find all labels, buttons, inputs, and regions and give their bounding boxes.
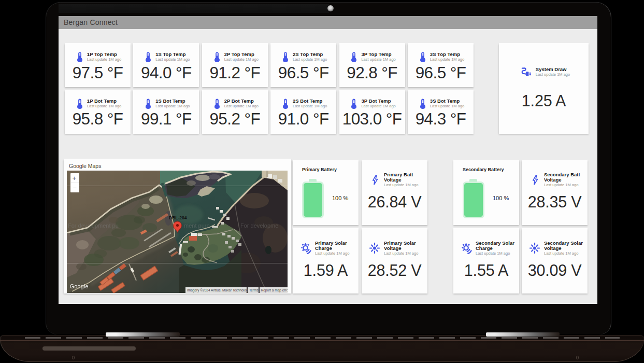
- svg-text:Report a map error: Report a map error: [261, 288, 288, 292]
- svg-text:For development pu: For development pu: [68, 222, 119, 229]
- svg-text:+: +: [73, 174, 77, 182]
- svg-text:Google: Google: [70, 283, 89, 289]
- svg-text:For developme: For developme: [240, 222, 278, 229]
- svg-text:ment purp: ment purp: [184, 222, 210, 229]
- svg-text:DBL-204: DBL-204: [169, 215, 187, 220]
- svg-text:Imagery ©2024 Airbus, Maxar Te: Imagery ©2024 Airbus, Maxar Technologies: [187, 288, 252, 292]
- svg-text:Terms: Terms: [249, 288, 259, 292]
- svg-text:−: −: [73, 184, 77, 192]
